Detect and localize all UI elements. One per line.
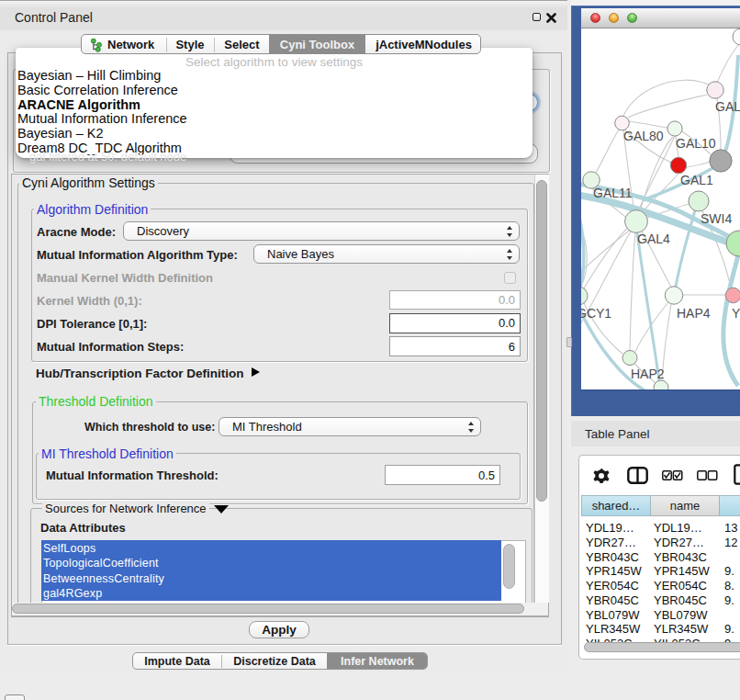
svg-text:SWI4: SWI4 [701,211,732,226]
svg-text:GAL4: GAL4 [637,231,670,246]
svg-text:YJ: YJ [732,306,740,321]
svg-text:HAP2: HAP2 [631,367,665,381]
svg-text:HAP4: HAP4 [677,306,711,321]
svg-text:GAL1: GAL1 [680,173,713,187]
svg-text:GAL10: GAL10 [676,136,716,151]
svg-text:GCY1: GCY1 [581,306,611,321]
svg-text:GAL80: GAL80 [623,129,664,143]
svg-text:GAL11: GAL11 [593,186,633,200]
svg-text:GAL7: GAL7 [715,99,740,114]
